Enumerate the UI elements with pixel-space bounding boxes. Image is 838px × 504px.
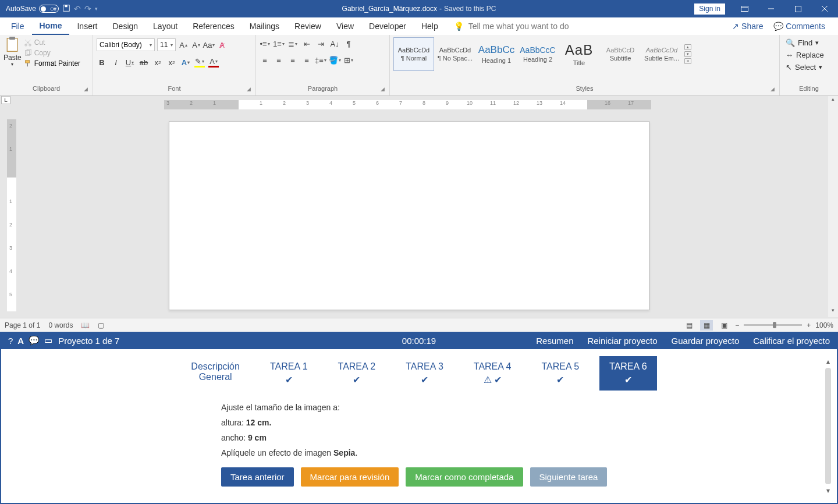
clear-formatting-icon[interactable]: A̷ [216, 40, 227, 50]
subscript-icon[interactable]: x2 [152, 57, 163, 68]
vertical-ruler[interactable]: 21 12345 [7, 119, 16, 311]
spell-check-icon[interactable]: 📖 [81, 321, 90, 329]
web-layout-icon[interactable]: ▣ [718, 320, 730, 331]
task-tab-6[interactable]: TAREA 6✔ [599, 356, 657, 391]
task-tab-description[interactable]: DescripciónGeneral [181, 356, 250, 391]
tab-mailings[interactable]: Mailings [242, 17, 287, 35]
tab-review[interactable]: Review [287, 17, 329, 35]
ribbon-display-icon[interactable] [731, 0, 758, 17]
decrease-indent-icon[interactable]: ⇤ [301, 38, 312, 49]
styles-more-icon[interactable]: ▴▾≡ [683, 44, 693, 64]
change-case-icon[interactable]: Aa▾ [204, 40, 214, 50]
shading-icon[interactable]: 🪣▾ [329, 55, 340, 65]
task-tab-1[interactable]: TAREA 1✔ [260, 356, 318, 391]
underline-icon[interactable]: U▾ [125, 57, 135, 68]
replace-button[interactable]: ↔Replace [786, 51, 824, 59]
select-button[interactable]: ↖Select ▾ [786, 63, 824, 72]
superscript-icon[interactable]: x2 [166, 57, 177, 68]
style-normal[interactable]: AaBbCcDd¶ Normal [393, 37, 434, 71]
scroll-up-icon[interactable]: ▴ [828, 96, 838, 106]
mark-complete-button[interactable]: Marcar como completada [406, 467, 523, 487]
paste-button[interactable]: Paste ▾ [3, 36, 22, 67]
style-subtle-emphasis[interactable]: AaBbCcDdSubtle Em... [641, 37, 682, 71]
redo-icon[interactable]: ↷ [84, 4, 91, 13]
qat-customize-icon[interactable]: ▾ [95, 6, 98, 12]
align-left-icon[interactable]: ≡ [260, 55, 270, 65]
font-size-icon[interactable]: A [17, 336, 24, 346]
print-layout-icon[interactable]: ▦ [700, 320, 713, 331]
read-mode-icon[interactable]: ▤ [683, 320, 695, 331]
signin-button[interactable]: Sign in [694, 3, 725, 15]
task-tab-3[interactable]: TAREA 3✔ [396, 356, 453, 391]
show-hide-icon[interactable]: ¶ [343, 38, 354, 49]
zoom-slider[interactable] [744, 324, 802, 326]
tab-help[interactable]: Help [414, 17, 446, 35]
paragraph-dialog-icon[interactable]: ◢ [381, 86, 385, 92]
vertical-scrollbar[interactable]: ▴ ▾ [828, 96, 838, 317]
share-button[interactable]: ↗ Share [732, 22, 763, 31]
align-right-icon[interactable]: ≡ [287, 55, 298, 65]
styles-dialog-icon[interactable]: ◢ [770, 86, 775, 92]
copy-button[interactable]: Copy [24, 49, 80, 57]
resumen-link[interactable]: Resumen [536, 336, 573, 346]
line-spacing-icon[interactable]: ‡≡▾ [315, 55, 326, 65]
cut-button[interactable]: Cut [24, 38, 80, 47]
guardar-link[interactable]: Guardar proyecto [672, 336, 740, 346]
comments-button[interactable]: 💬 Comments [773, 22, 825, 31]
strikethrough-icon[interactable]: ab [139, 57, 149, 68]
multilevel-list-icon[interactable]: ≣▾ [287, 38, 298, 49]
clipboard-dialog-icon[interactable]: ◢ [84, 86, 88, 92]
maximize-icon[interactable] [784, 0, 811, 17]
increase-indent-icon[interactable]: ⇥ [315, 38, 326, 49]
tab-insert[interactable]: Insert [69, 17, 105, 35]
bullets-icon[interactable]: •≡▾ [260, 38, 270, 49]
style-heading2[interactable]: AaBbCcCHeading 2 [517, 37, 558, 71]
grow-font-icon[interactable]: A▴ [178, 40, 189, 50]
next-task-button[interactable]: Siguiente tarea [530, 467, 608, 487]
macro-record-icon[interactable]: ▢ [98, 321, 104, 329]
scroll-down-icon[interactable]: ▾ [828, 307, 838, 317]
italic-icon[interactable]: I [111, 57, 121, 68]
page-indicator[interactable]: Page 1 of 1 [5, 321, 40, 329]
chat-icon[interactable]: 💬 [29, 335, 40, 346]
horizontal-ruler[interactable]: 321 1234567891011121314 1617 [164, 100, 651, 109]
styles-gallery[interactable]: AaBbCcDd¶ Normal AaBbCcDd¶ No Spac... Aa… [393, 36, 693, 71]
save-icon[interactable] [62, 4, 70, 14]
calificar-link[interactable]: Calificar el proyecto [753, 336, 830, 346]
zoom-in-icon[interactable]: + [807, 321, 811, 329]
autosave-toggle[interactable]: AutoSave Off [6, 5, 59, 13]
tab-selector[interactable]: L [1, 96, 10, 104]
bold-icon[interactable]: B [97, 57, 107, 68]
word-count[interactable]: 0 words [48, 321, 73, 329]
format-painter-button[interactable]: Format Painter [24, 59, 80, 68]
task-tab-4[interactable]: TAREA 4⚠✔ [464, 356, 521, 391]
highlight-icon[interactable]: ✎▾ [194, 57, 205, 68]
style-no-spacing[interactable]: AaBbCcDd¶ No Spac... [435, 37, 475, 71]
help-icon[interactable]: ? [8, 336, 13, 346]
window-icon[interactable]: ▭ [44, 335, 52, 346]
tab-developer[interactable]: Developer [361, 17, 414, 35]
tab-layout[interactable]: Layout [145, 17, 185, 35]
zoom-level[interactable]: 100% [815, 321, 833, 329]
tell-me-search[interactable]: 💡 Tell me what you want to do [454, 22, 569, 31]
style-subtitle[interactable]: AaBbCcDSubtitle [600, 37, 641, 71]
close-icon[interactable] [811, 0, 838, 17]
minimize-icon[interactable] [758, 0, 784, 17]
align-center-icon[interactable]: ≡ [274, 55, 284, 65]
tab-references[interactable]: References [185, 17, 242, 35]
scroll-up-icon[interactable]: ▴ [823, 357, 833, 365]
reiniciar-link[interactable]: Reiniciar proyecto [587, 336, 657, 346]
scroll-down-icon[interactable]: ▾ [823, 487, 833, 495]
undo-icon[interactable]: ↶ [74, 4, 81, 13]
font-name-combo[interactable]: Calibri (Body)▾ [97, 38, 155, 51]
mark-for-review-button[interactable]: Marcar para revisión [301, 467, 399, 487]
shrink-font-icon[interactable]: A▾ [191, 40, 201, 50]
style-title[interactable]: AaBTitle [559, 37, 599, 71]
font-size-combo[interactable]: 11▾ [157, 38, 176, 51]
tab-home[interactable]: Home [32, 17, 70, 35]
justify-icon[interactable]: ≡ [301, 55, 312, 65]
font-color-icon[interactable]: A▾ [208, 57, 219, 68]
task-tab-5[interactable]: TAREA 5✔ [531, 356, 589, 391]
sort-icon[interactable]: A↓ [329, 38, 340, 49]
tab-file[interactable]: File [3, 17, 32, 35]
